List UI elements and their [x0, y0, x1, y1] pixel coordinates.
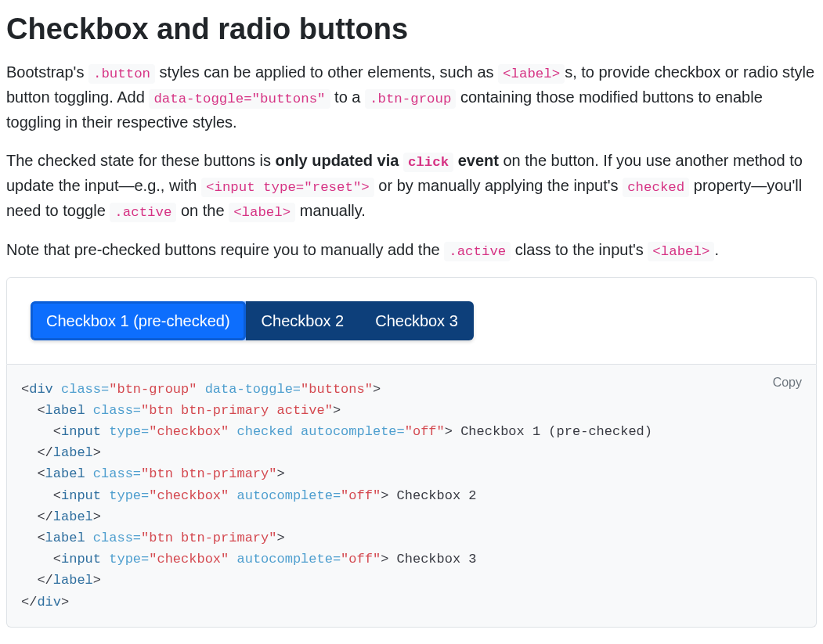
- attr: autocomplete=: [236, 488, 341, 503]
- tag: div: [37, 595, 61, 610]
- checkbox-2-button[interactable]: Checkbox 2: [246, 301, 360, 340]
- tag: label: [45, 403, 85, 418]
- bold-text: only updated via click event: [276, 152, 499, 169]
- text: Bootstrap's: [6, 63, 88, 81]
- checkbox-3-button[interactable]: Checkbox 3: [359, 301, 474, 340]
- code-inline: data-toggle="buttons": [149, 89, 330, 109]
- text: class to the input's: [511, 241, 648, 258]
- text: or by manually applying the input's: [374, 177, 623, 194]
- attr: checked: [236, 424, 292, 439]
- text: Note that pre-checked buttons require yo…: [6, 241, 444, 258]
- val: "checkbox": [149, 488, 229, 503]
- code-inline: .active: [444, 242, 511, 261]
- val: "off": [341, 552, 381, 567]
- val: "btn btn-primary": [141, 531, 276, 545]
- attr: type=: [109, 424, 149, 439]
- val: "btn-group": [109, 382, 197, 397]
- tag: input: [61, 424, 101, 439]
- code-inline: <label>: [229, 203, 295, 222]
- code-inline: click: [403, 153, 453, 172]
- code-inline: <input type="reset">: [201, 178, 374, 197]
- attr: type=: [109, 488, 149, 503]
- val: "off": [405, 424, 445, 439]
- text: on the: [176, 202, 229, 219]
- code-inline: <label>: [648, 242, 714, 261]
- code-inline: .button: [88, 64, 155, 84]
- text: to a: [330, 88, 365, 106]
- tag: label: [45, 531, 85, 545]
- page-title: Checkbox and radio buttons: [6, 6, 817, 52]
- text: only updated via: [276, 152, 403, 169]
- tag: input: [61, 552, 101, 567]
- intro-paragraph-2: The checked state for these buttons is o…: [6, 149, 817, 224]
- val: "btn btn-primary": [141, 466, 276, 481]
- attr: autocomplete=: [236, 552, 341, 567]
- tag: label: [45, 466, 85, 481]
- btn-group: Checkbox 1 (pre-checked) Checkbox 2 Chec…: [31, 301, 474, 340]
- intro-paragraph-1: Bootstrap's .button styles can be applie…: [6, 60, 817, 135]
- val: "off": [341, 488, 381, 503]
- example-block: Checkbox 1 (pre-checked) Checkbox 2 Chec…: [6, 277, 817, 365]
- text: manually.: [295, 202, 366, 219]
- val: "btn btn-primary active": [141, 403, 333, 418]
- text: Checkbox 3: [388, 552, 476, 567]
- val: "checkbox": [149, 552, 229, 567]
- attr: class=: [61, 382, 109, 397]
- tag: label: [53, 573, 93, 588]
- val: "buttons": [301, 382, 373, 397]
- attr: class=: [93, 403, 141, 418]
- text: .: [714, 241, 719, 258]
- copy-button[interactable]: Copy: [773, 376, 802, 390]
- tag: label: [53, 445, 93, 460]
- tag: label: [53, 509, 93, 524]
- attr: type=: [109, 552, 149, 567]
- checkbox-1-button[interactable]: Checkbox 1 (pre-checked): [31, 301, 246, 340]
- val: "checkbox": [149, 424, 229, 439]
- code-block: Copy<div class="btn-group" data-toggle="…: [6, 365, 817, 628]
- attr: class=: [93, 466, 141, 481]
- text: styles can be applied to other elements,…: [155, 63, 498, 81]
- code-inline: .btn-group: [365, 89, 456, 109]
- tag: div: [29, 382, 53, 397]
- code-inline: checked: [623, 178, 689, 197]
- text: event: [453, 152, 499, 169]
- attr: data-toggle=: [205, 382, 301, 397]
- attr: class=: [93, 531, 141, 545]
- text: Checkbox 1 (pre-checked): [453, 424, 652, 439]
- code-inline: <label>: [498, 64, 565, 84]
- text: The checked state for these buttons is: [6, 152, 276, 169]
- attr: autocomplete=: [301, 424, 405, 439]
- code-inline: .active: [110, 203, 176, 222]
- text: Checkbox 2: [388, 488, 476, 503]
- tag: input: [61, 488, 101, 503]
- intro-paragraph-3: Note that pre-checked buttons require yo…: [6, 238, 817, 263]
